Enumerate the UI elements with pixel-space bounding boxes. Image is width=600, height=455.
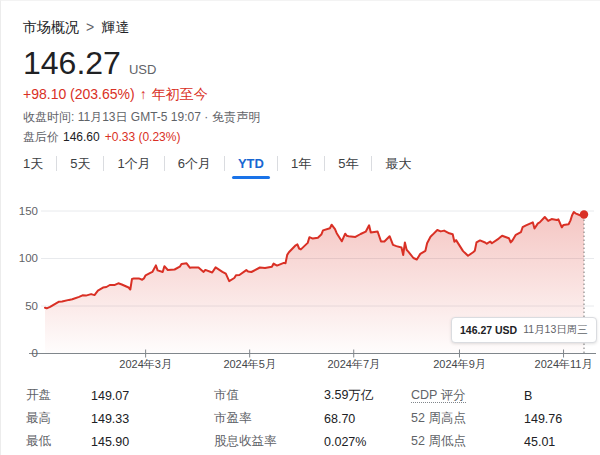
x-axis-label: 2024年3月	[119, 357, 172, 372]
close-time-row: 收盘时间: 11月13日 GMT-5 19:07 ·免责声明	[23, 109, 260, 126]
stat-value: 149.76	[524, 412, 562, 426]
stat-row: 市盈率68.70	[214, 407, 373, 430]
stat-label: 52 周低点	[411, 433, 524, 450]
stat-row: 52 周高点149.76	[411, 407, 562, 430]
x-axis-label: 2024年9月	[433, 357, 486, 372]
x-axis-label: 2024年7月	[327, 357, 380, 372]
stats-column: CDP 评分B52 周高点149.7652 周低点45.01	[411, 384, 562, 453]
tooltip-price: 146.27 USD	[460, 324, 517, 336]
change-period-label: 年初至今	[152, 86, 208, 102]
stat-term-with-tooltip[interactable]: CDP 评分	[411, 388, 466, 403]
y-axis-label: 0	[1, 347, 38, 360]
tab-1天[interactable]: 1天	[10, 148, 56, 179]
stock-price: 146.27	[23, 47, 121, 79]
price-change-row: +98.10 (203.65%)↑年初至今	[23, 86, 208, 104]
breadcrumb-stock-name[interactable]: 輝達	[101, 19, 129, 35]
after-hours-change: +0.33 (0.23%)	[105, 130, 181, 144]
y-axis-label: 150	[1, 205, 38, 218]
stat-value: 149.33	[91, 412, 129, 426]
y-axis-label: 100	[1, 252, 38, 265]
time-range-tabs: 1天5天1个月6个月YTD1年5年最大	[10, 148, 424, 179]
chart-tooltip: 146.27 USD 11月13日周三	[451, 317, 597, 343]
stat-label: 最低	[26, 433, 91, 450]
stat-label: 52 周高点	[411, 410, 524, 427]
stat-row: 52 周低点45.01	[411, 430, 562, 453]
tab-6个月[interactable]: 6个月	[165, 148, 224, 179]
stat-label: 股息收益率	[214, 433, 324, 450]
breadcrumb: 市场概况>輝達	[23, 19, 129, 37]
stat-row: CDP 评分B	[411, 384, 562, 407]
close-time-text: 收盘时间: 11月13日 GMT-5 19:07 ·	[23, 110, 208, 124]
after-hours-row: 盘后价146.60+0.33 (0.23%)	[23, 129, 180, 146]
stat-label: 市值	[214, 387, 324, 404]
tooltip-date: 11月13日周三	[523, 323, 588, 337]
active-tab-underline	[232, 176, 270, 179]
tab-1年[interactable]: 1年	[278, 148, 324, 179]
disclaimer-link[interactable]: 免责声明	[212, 110, 260, 124]
google-finance-quote-page: 市场概况>輝達 146.27 USD +98.10 (203.65%)↑年初至今…	[0, 0, 600, 455]
tab-1个月[interactable]: 1个月	[104, 148, 163, 179]
change-amount: +98.10 (203.65%)	[23, 86, 135, 102]
stat-value: 149.07	[91, 389, 129, 403]
stat-label: 市盈率	[214, 410, 324, 427]
after-hours-price: 146.60	[63, 130, 100, 144]
arrow-up-icon: ↑	[140, 86, 147, 102]
after-hours-label: 盘后价	[23, 130, 59, 144]
stat-value: 45.01	[524, 435, 555, 449]
stat-value: 3.59万亿	[324, 387, 373, 404]
stat-value: B	[524, 389, 532, 403]
x-axis-label: 2024年5月	[223, 357, 276, 372]
price-row: 146.27 USD	[23, 47, 156, 79]
tab-5天[interactable]: 5天	[57, 148, 103, 179]
stat-label: 最高	[26, 410, 91, 427]
stat-row: 市值3.59万亿	[214, 384, 373, 407]
stat-row: 股息收益率0.027%	[214, 430, 373, 453]
stat-row: 最低145.90	[26, 430, 129, 453]
currency-label: USD	[129, 62, 156, 77]
stat-label: CDP 评分	[411, 387, 524, 404]
stat-value: 68.70	[324, 412, 355, 426]
y-axis-label: 50	[1, 300, 38, 313]
stat-row: 最高149.33	[26, 407, 129, 430]
breadcrumb-market-overview[interactable]: 市场概况	[23, 19, 79, 35]
stats-column: 市值3.59万亿市盈率68.70股息收益率0.027%	[214, 384, 373, 453]
tab-最大[interactable]: 最大	[372, 148, 424, 179]
tab-5年[interactable]: 5年	[325, 148, 371, 179]
stat-value: 145.90	[91, 435, 129, 449]
stat-label: 开盘	[26, 387, 91, 404]
breadcrumb-separator: >	[86, 19, 94, 35]
stat-row: 开盘149.07	[26, 384, 129, 407]
tab-YTD[interactable]: YTD	[225, 148, 277, 179]
x-axis-label: 2024年11月	[535, 357, 593, 372]
stat-value: 0.027%	[324, 435, 366, 449]
stats-column: 开盘149.07最高149.33最低145.90	[26, 384, 129, 453]
